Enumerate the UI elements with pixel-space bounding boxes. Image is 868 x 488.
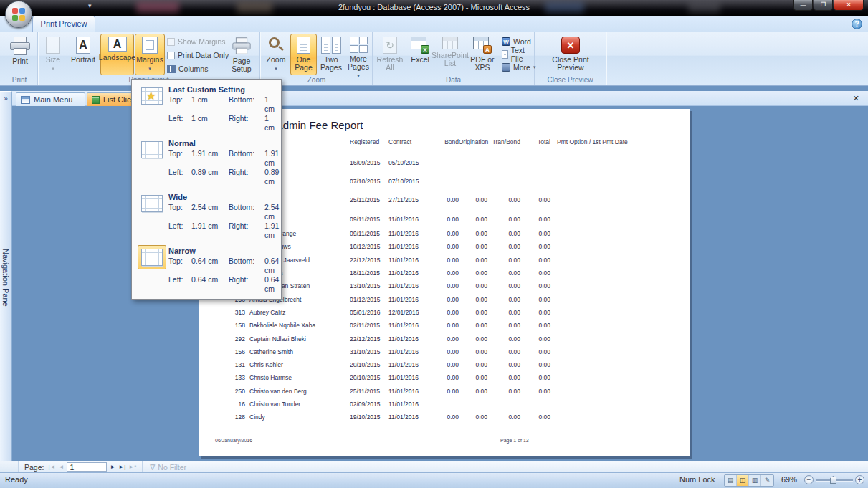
cell-client-id: 128 — [199, 411, 248, 424]
table-row: 133 Christo Harmse 20/10/2015 11/01/2016… — [199, 371, 690, 384]
tab-print-preview[interactable]: Print Preview — [32, 16, 95, 32]
cell-tran-bond: 0.00 — [487, 358, 520, 371]
col-origination: Origination — [459, 138, 487, 145]
cell-pmt-option — [550, 240, 690, 253]
datasheet-view-button[interactable]: ▤ — [725, 475, 737, 486]
table-row: 292 Captain Ndlazi Bheki 22/12/2015 11/0… — [199, 332, 690, 345]
zoom-out-button[interactable]: − — [804, 475, 814, 484]
cell-tran-bond: 0.00 — [487, 279, 520, 292]
cell-client-name: Christo Harmse — [248, 371, 344, 384]
left-value: 0.64 cm — [191, 275, 229, 294]
one-page-button[interactable]: One Page — [290, 34, 317, 75]
zoom-slider: − + — [804, 475, 864, 484]
cell-total: 0.00 — [520, 358, 550, 371]
cell-client-id: 156 — [199, 345, 248, 358]
cell-total: 0.00 — [520, 213, 550, 226]
margins-icon — [142, 37, 158, 54]
two-pages-button[interactable]: Two Pages — [318, 34, 345, 75]
tab-main-menu[interactable]: Main Menu — [16, 92, 85, 106]
export-sharepoint-button: SharePoint List — [434, 34, 466, 75]
cell-bond: 0.00 — [424, 345, 459, 358]
cell-tran-bond: 0.00 — [487, 411, 520, 424]
navigation-pane-collapsed[interactable]: » Navigation Pane — [0, 91, 12, 472]
cell-pmt-option — [550, 306, 690, 319]
margins-menu-item[interactable]: ★ Normal Top: 1.91 cm Bottom: 1.91 cm Le… — [133, 135, 280, 189]
margins-button[interactable]: Margins ▾ — [135, 34, 165, 75]
top-label: Top: — [168, 149, 191, 168]
cell-origination: 0.00 — [459, 279, 487, 292]
excel-icon: X — [411, 37, 429, 54]
group-label-data: Data — [373, 76, 534, 84]
right-label: Right: — [229, 168, 264, 186]
export-pdf-xps-button[interactable]: A PDF or XPS — [467, 34, 498, 75]
last-page-button[interactable]: ►| — [118, 464, 125, 470]
cell-bond: 0.00 — [424, 254, 459, 267]
no-filter-button: ∇ No Filter — [143, 461, 194, 472]
minimize-button[interactable]: — — [793, 0, 813, 11]
cell-total: 0.00 — [520, 267, 550, 279]
current-page-input[interactable] — [67, 462, 107, 472]
close-document-icon[interactable]: ✕ — [853, 94, 859, 103]
cell-origination: 0.00 — [459, 411, 487, 424]
export-more-button[interactable]: More ▾ — [502, 62, 535, 73]
right-label: Right: — [229, 114, 264, 133]
cell-bond: 0.00 — [424, 279, 459, 292]
top-value: 1 cm — [191, 95, 229, 114]
export-text-file-button[interactable]: Text File — [502, 49, 534, 60]
landscape-button[interactable]: A Landscape — [100, 34, 134, 75]
margins-menu-item[interactable]: ★ Last Custom Setting Top: 1 cm Bottom: … — [133, 82, 280, 135]
cell-pmt-option — [550, 345, 690, 358]
cell-client-id: 250 — [199, 385, 248, 398]
checkbox-icon — [167, 52, 175, 59]
cell-origination: 0.00 — [459, 306, 487, 319]
cell-contract: 07/10/2015 — [384, 175, 424, 188]
cell-registered: 18/11/2015 — [344, 267, 384, 279]
zoom-in-button[interactable]: + — [855, 475, 864, 484]
print-data-only-checkbox[interactable]: Print Data Only — [167, 51, 229, 59]
cell-contract: 27/11/2015 — [384, 193, 424, 206]
portrait-button[interactable]: A Portrait — [67, 34, 100, 75]
design-view-button[interactable]: ✎ — [761, 475, 773, 486]
print-preview-view-button[interactable]: ◫ — [737, 475, 749, 486]
cell-client-name: Catherine Smith — [248, 345, 344, 358]
page-setup-button[interactable]: Page Setup — [226, 34, 257, 75]
cell-contract: 11/01/2016 — [384, 267, 424, 279]
margins-menu-item[interactable]: ★ Wide Top: 2.54 cm Bottom: 2.54 cm Left… — [133, 189, 280, 243]
cell-tran-bond — [487, 156, 520, 169]
cell-pmt-option — [550, 411, 690, 424]
close-button[interactable]: ✕ — [834, 0, 864, 11]
cell-origination: 0.00 — [459, 345, 487, 358]
cell-pmt-option — [550, 175, 690, 188]
more-export-icon — [502, 63, 510, 72]
cell-origination: 0.00 — [459, 227, 487, 240]
help-button[interactable]: ? — [852, 19, 862, 29]
expand-nav-pane-icon[interactable]: » — [0, 92, 11, 105]
cell-tran-bond: 0.00 — [487, 293, 520, 306]
columns-button[interactable]: Columns — [167, 64, 208, 73]
group-label-print: Print — [1, 76, 37, 84]
restore-button[interactable]: ❐ — [814, 0, 833, 11]
zoom-button[interactable]: Zoom ▾ — [262, 34, 290, 75]
text-file-icon — [502, 50, 508, 59]
office-button[interactable] — [5, 1, 32, 28]
left-label: Left: — [168, 114, 191, 133]
export-excel-button[interactable]: X Excel — [406, 34, 434, 75]
left-value: 1 cm — [191, 114, 229, 133]
zoom-slider-thumb[interactable] — [830, 476, 836, 484]
cell-contract: 11/01/2016 — [384, 345, 424, 358]
more-pages-button[interactable]: More Pages ▾ — [345, 34, 371, 75]
print-button[interactable]: Print — [6, 34, 34, 75]
group-label-close-preview: Close Preview — [535, 76, 606, 84]
ribbon-group-data: ↻ Refresh All X Excel SharePoint List A … — [373, 32, 535, 85]
status-bar: Ready Num Lock ▤ ◫ ▥ ✎ 69% − + — [0, 472, 868, 488]
margins-menu-item[interactable]: ★ Narrow Top: 0.64 cm Bottom: 0.64 cm Le… — [133, 243, 280, 297]
cell-total: 0.00 — [520, 371, 550, 384]
layout-view-button[interactable]: ▥ — [749, 475, 761, 486]
refresh-all-button: ↻ Refresh All — [376, 34, 404, 75]
cell-tran-bond: 0.00 — [487, 193, 520, 206]
next-page-button[interactable]: ► — [110, 464, 115, 470]
size-button: Size ▾ — [40, 34, 66, 75]
table-row: 128 Cindy 19/10/2015 11/01/2016 0.00 0.0… — [199, 411, 690, 424]
star-icon: ★ — [146, 90, 156, 102]
close-print-preview-button[interactable]: ✕ Close Print Preview — [549, 34, 592, 75]
